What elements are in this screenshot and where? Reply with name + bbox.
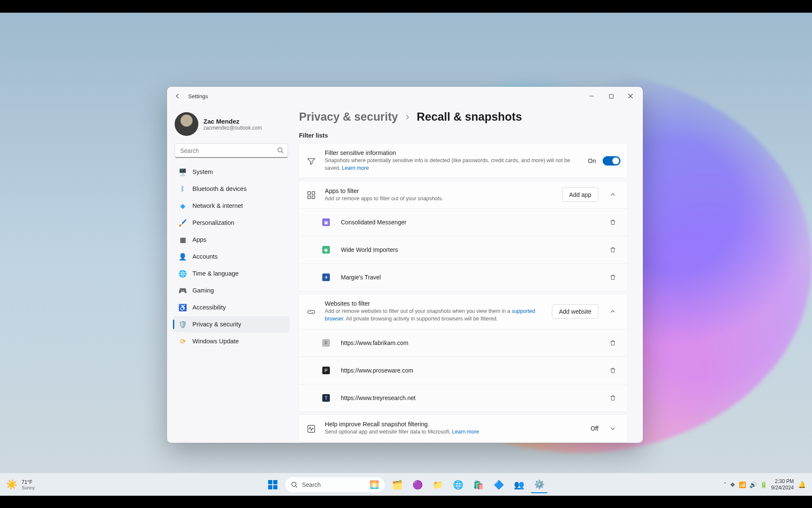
filtered-app-name: Wide World Importers xyxy=(341,246,398,253)
nav-accessibility[interactable]: ♿Accessibility xyxy=(173,299,290,315)
minimize-button[interactable] xyxy=(582,89,601,103)
help-improve-title: Help improve Recall snapshot filtering xyxy=(325,421,583,428)
remove-app-button[interactable] xyxy=(605,270,620,285)
settings-content: Privacy & security Recall & snapshots Fi… xyxy=(294,105,643,443)
window-titlebar: Settings xyxy=(167,87,643,105)
settings-sidebar: Zac Mendez zacmendez@outlook.com 🖥️Syste… xyxy=(167,105,294,443)
trash-icon xyxy=(609,219,616,226)
nav-apps[interactable]: ▦Apps xyxy=(173,232,290,248)
account-profile[interactable]: Zac Mendez zacmendez@outlook.com xyxy=(173,110,290,142)
pinned-edge[interactable]: 🌐 xyxy=(450,476,466,493)
nav-privacy-security[interactable]: 🛡️Privacy & security xyxy=(173,316,290,332)
close-button[interactable] xyxy=(621,89,640,103)
nav-label: Privacy & security xyxy=(192,321,241,328)
apps-filter-desc: Add or remove apps to filter out of your… xyxy=(325,195,554,202)
tray-wifi-icon[interactable]: 📶 xyxy=(739,481,746,488)
weather-icon: ☀️ xyxy=(6,479,17,490)
card-apps-to-filter: Apps to filter Add or remove apps to fil… xyxy=(298,181,628,291)
maximize-icon xyxy=(609,94,614,99)
trash-icon xyxy=(609,274,616,281)
nav-personalization[interactable]: 🖌️Personalization xyxy=(173,215,290,231)
filtered-site-row: F https://www.fabrikam.com xyxy=(299,329,627,356)
tray-volume-icon[interactable]: 🔊 xyxy=(749,481,757,488)
expand-help-improve-button[interactable] xyxy=(605,421,620,436)
nav-label: Windows Update xyxy=(192,338,239,345)
nav-gaming[interactable]: 🎮Gaming xyxy=(173,282,290,298)
person-icon: 👤 xyxy=(179,253,187,260)
nav-accounts[interactable]: 👤Accounts xyxy=(173,248,290,265)
heartbeat-icon xyxy=(305,423,317,433)
trash-icon xyxy=(609,246,616,253)
trash-icon xyxy=(609,395,616,401)
remove-site-button[interactable] xyxy=(605,335,620,351)
pinned-copilot[interactable]: 🟣 xyxy=(409,476,426,493)
remove-app-button[interactable] xyxy=(605,242,620,257)
filtered-app-name: Margie's Travel xyxy=(341,274,381,281)
svg-rect-6 xyxy=(308,425,315,432)
nav-bluetooth[interactable]: ᛒBluetooth & devices xyxy=(173,181,290,197)
apps-filter-title: Apps to filter xyxy=(325,188,554,194)
pinned-taskview[interactable]: 🗂️ xyxy=(389,476,406,493)
remove-site-button[interactable] xyxy=(605,363,620,378)
nav-network[interactable]: ◆Network & internet xyxy=(173,198,290,214)
taskbar-search[interactable]: Search 🌅 xyxy=(285,477,385,493)
pinned-app[interactable]: 🔷 xyxy=(490,476,507,493)
add-app-button[interactable]: Add app xyxy=(562,188,598,202)
nav-windows-update[interactable]: ⟳Windows Update xyxy=(173,333,290,349)
taskbar-search-placeholder: Search xyxy=(302,481,321,488)
taskbar: ☀️ 71°F Sunny Search 🌅 🗂️ 🟣 📁 🌐 🛍️ 🔷 👥 xyxy=(0,473,812,496)
svg-rect-4 xyxy=(308,196,310,199)
taskbar-clock[interactable]: 2:30 PM 9/24/2024 xyxy=(771,478,794,491)
learn-more-link[interactable]: Learn more xyxy=(342,165,369,171)
accessibility-icon: ♿ xyxy=(179,304,187,311)
search-input[interactable] xyxy=(175,144,288,158)
pinned-store[interactable]: 🛍️ xyxy=(470,476,487,493)
maximize-button[interactable] xyxy=(601,89,621,103)
avatar xyxy=(175,112,198,136)
wifi-icon: ◆ xyxy=(179,202,187,210)
collapse-sites-button[interactable] xyxy=(605,304,620,319)
collapse-apps-button[interactable] xyxy=(605,187,620,202)
nav-system[interactable]: 🖥️System xyxy=(173,164,290,180)
notifications-icon[interactable]: 🔔 xyxy=(798,481,806,489)
back-button[interactable] xyxy=(170,88,186,104)
filter-sensitive-title: Filter sensitive information xyxy=(325,149,580,156)
section-filter-lists-title: Filter lists xyxy=(299,132,628,139)
tray-overflow-icon[interactable]: ˄ xyxy=(724,481,727,488)
filtered-site-row: T https://www.treyresearch.net xyxy=(299,384,627,411)
bluetooth-icon: ᛒ xyxy=(179,185,187,193)
remove-app-button[interactable] xyxy=(605,215,620,230)
nav-time[interactable]: 🌐Time & language xyxy=(173,265,290,282)
window-title: Settings xyxy=(188,93,208,99)
card-help-improve[interactable]: Help improve Recall snapshot filtering S… xyxy=(298,414,628,442)
system-tray[interactable]: ˄ ❖ 📶 🔊 🔋 xyxy=(724,481,767,488)
breadcrumb: Privacy & security Recall & snapshots xyxy=(299,110,628,124)
filter-icon xyxy=(305,156,317,166)
breadcrumb-parent[interactable]: Privacy & security xyxy=(299,110,398,124)
start-button[interactable] xyxy=(264,476,281,493)
svg-point-1 xyxy=(278,148,282,152)
pinned-teams[interactable]: 👥 xyxy=(510,476,527,493)
taskbar-widgets[interactable]: ☀️ 71°F Sunny xyxy=(0,479,110,490)
arrow-left-icon xyxy=(174,93,181,99)
svg-rect-5 xyxy=(312,196,315,199)
tray-battery-icon[interactable]: 🔋 xyxy=(760,481,767,488)
search-icon xyxy=(277,147,284,154)
apps-grid-icon xyxy=(305,190,317,200)
add-website-button[interactable]: Add website xyxy=(552,304,598,319)
filtered-site-url: https://www.treyresearch.net xyxy=(341,395,416,401)
learn-more-link[interactable]: Learn more xyxy=(452,429,479,435)
remove-site-button[interactable] xyxy=(605,390,620,406)
filter-sensitive-toggle[interactable] xyxy=(603,156,620,166)
tray-app-icon[interactable]: ❖ xyxy=(730,481,735,488)
nav-label: Bluetooth & devices xyxy=(192,185,247,192)
trash-icon xyxy=(609,340,616,346)
svg-rect-2 xyxy=(308,192,310,194)
pinned-settings[interactable]: ⚙️ xyxy=(531,476,548,493)
apps-icon: ▦ xyxy=(179,236,187,243)
pinned-explorer[interactable]: 📁 xyxy=(429,476,446,493)
filtered-app-row: ◉ Wide World Importers xyxy=(299,236,627,263)
nav-label: Time & language xyxy=(192,270,239,277)
filtered-site-url: https://www.fabrikam.com xyxy=(341,340,409,346)
weather-condition: Sunny xyxy=(22,485,35,490)
